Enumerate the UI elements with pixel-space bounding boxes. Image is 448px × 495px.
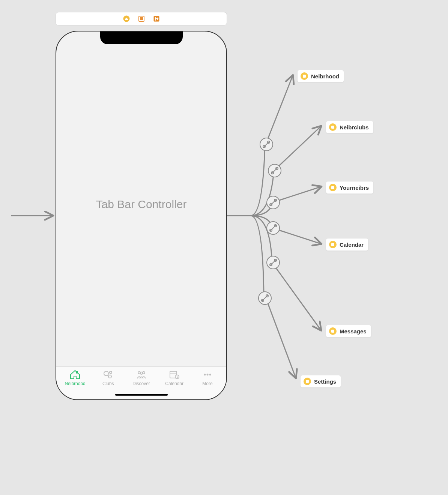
viewcontroller-label: Neibrclubs [340, 124, 369, 130]
tab-neibrhood[interactable]: Neibrhood [59, 370, 92, 386]
iphone-frame: Tab Bar Controller Neibrhood Clubs Disco… [56, 31, 227, 400]
tab-more[interactable]: More [191, 370, 224, 386]
svg-line-23 [262, 295, 268, 301]
viewcontroller-node-yourneibrs[interactable]: Yourneibrs [326, 181, 374, 194]
viewcontroller-label: Calendar [340, 242, 364, 248]
viewcontroller-label: Settings [314, 378, 336, 385]
svg-point-36 [140, 372, 143, 374]
svg-point-32 [108, 375, 111, 378]
svg-point-2 [260, 138, 273, 151]
tab-label: Discover [132, 381, 150, 386]
tab-label: More [202, 381, 212, 386]
viewcontroller-icon [329, 123, 337, 131]
viewcontroller-node-settings[interactable]: Settings [300, 375, 341, 388]
scene-title: Tab Bar Controller [56, 32, 226, 377]
svg-rect-28 [140, 17, 143, 20]
svg-point-24 [262, 299, 264, 302]
segue-node[interactable] [259, 292, 271, 304]
people-tree-icon [102, 370, 114, 380]
scene-dock-home-icon[interactable] [123, 15, 130, 22]
viewcontroller-icon [329, 184, 337, 191]
segue-node[interactable] [267, 196, 280, 209]
svg-point-22 [259, 292, 271, 304]
svg-line-7 [272, 168, 278, 174]
svg-point-4 [263, 146, 265, 148]
calendar-clock-icon [169, 370, 180, 380]
segue-node[interactable] [267, 222, 280, 234]
svg-point-14 [267, 222, 280, 234]
home-indicator [115, 394, 168, 396]
svg-rect-48 [306, 380, 309, 383]
scene-dock-firstresponder-icon[interactable] [138, 15, 145, 22]
svg-point-18 [267, 256, 280, 269]
svg-point-42 [209, 374, 211, 376]
svg-point-12 [270, 204, 272, 206]
svg-point-41 [206, 374, 208, 376]
svg-rect-43 [303, 75, 306, 78]
viewcontroller-label: Yourneibrs [340, 184, 369, 191]
viewcontroller-label: Neibrhood [311, 73, 339, 80]
segue-node[interactable] [260, 138, 273, 151]
tab-label: Clubs [102, 381, 114, 386]
svg-point-34 [138, 372, 140, 374]
svg-point-6 [268, 164, 281, 177]
viewcontroller-node-neibrhood[interactable]: Neibrhood [297, 70, 344, 82]
viewcontroller-node-calendar[interactable]: Calendar [326, 238, 368, 251]
segue-node[interactable] [268, 164, 281, 177]
svg-point-16 [270, 229, 272, 231]
svg-line-11 [270, 200, 276, 206]
svg-rect-47 [331, 330, 334, 333]
svg-point-21 [274, 259, 277, 261]
scene-dock-exit-icon[interactable] [153, 15, 160, 22]
tab-calendar[interactable]: Calendar [158, 370, 191, 386]
svg-point-13 [274, 199, 277, 201]
people-group-icon [136, 370, 147, 380]
svg-point-5 [268, 141, 270, 143]
svg-point-35 [143, 372, 145, 374]
svg-line-15 [270, 225, 276, 231]
house-icon [69, 370, 81, 380]
tab-discover[interactable]: Discover [125, 370, 158, 386]
viewcontroller-label: Messages [340, 328, 367, 334]
viewcontroller-icon [304, 378, 311, 385]
svg-point-10 [267, 196, 280, 209]
svg-point-31 [104, 371, 108, 376]
svg-line-19 [270, 260, 276, 266]
svg-rect-45 [331, 186, 334, 189]
tab-label: Calendar [165, 381, 183, 386]
svg-point-20 [270, 264, 272, 266]
svg-point-25 [266, 295, 268, 297]
svg-rect-44 [331, 126, 334, 129]
more-dots-icon [202, 370, 213, 380]
svg-point-9 [276, 167, 278, 170]
svg-point-40 [204, 374, 206, 376]
tab-label: Neibrhood [65, 381, 85, 386]
svg-point-17 [274, 225, 277, 227]
scene-dock [56, 12, 227, 26]
svg-point-8 [271, 172, 274, 174]
viewcontroller-node-messages[interactable]: Messages [326, 325, 371, 338]
segue-node[interactable] [267, 256, 280, 269]
svg-line-3 [263, 141, 269, 147]
svg-rect-46 [331, 243, 334, 246]
viewcontroller-node-neibrclubs[interactable]: Neibrclubs [326, 121, 374, 134]
viewcontroller-icon [329, 241, 337, 248]
tab-clubs[interactable]: Clubs [92, 370, 125, 386]
svg-point-33 [110, 371, 112, 374]
viewcontroller-icon [329, 327, 337, 335]
viewcontroller-icon [301, 72, 308, 80]
